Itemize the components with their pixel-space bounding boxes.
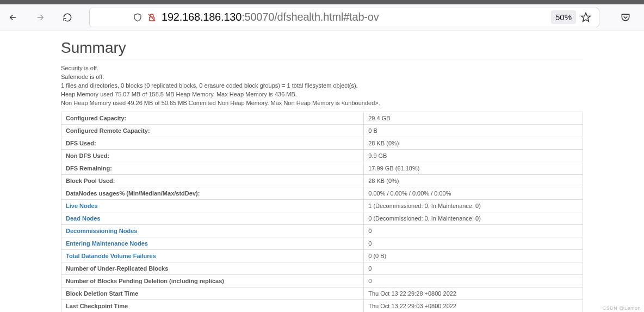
table-row: Decommissioning Nodes0 — [61, 225, 583, 237]
table-row: Block Deletion Start TimeThu Oct 13 22:2… — [61, 287, 583, 300]
row-value: 0 (0 B) — [364, 250, 583, 262]
row-value: 0 — [364, 275, 583, 287]
row-value: Thu Oct 13 22:29:03 +0800 2022 — [364, 300, 583, 313]
divider — [61, 59, 583, 59]
table-row: Non DFS Used:9.9 GB — [61, 150, 583, 162]
row-label[interactable]: Dead Nodes — [61, 212, 364, 225]
row-value: Thu Oct 13 22:29:28 +0800 2022 — [364, 287, 583, 300]
row-label: Configured Remote Capacity: — [61, 125, 364, 137]
nonheap-status: Non Heap Memory used 49.26 MB of 50.65 M… — [61, 100, 583, 106]
zoom-badge[interactable]: 50% — [551, 10, 576, 24]
heap-status: Heap Memory used 75.07 MB of 158.5 MB He… — [61, 91, 583, 97]
insecure-lock-icon — [146, 12, 157, 23]
tabstrip — [0, 0, 644, 4]
row-label: Block Pool Used: — [61, 175, 364, 187]
pocket-icon[interactable] — [620, 12, 631, 23]
row-value: 9.9 GB — [364, 150, 583, 162]
row-label[interactable]: Entering Maintenance Nodes — [61, 237, 364, 250]
svg-marker-2 — [581, 13, 591, 21]
row-value: 17.99 GB (61.18%) — [364, 162, 583, 175]
address-bar[interactable]: 192.168.186.130:50070/dfshealth.html#tab… — [89, 8, 599, 27]
row-link[interactable]: Dead Nodes — [66, 215, 101, 222]
row-value: 1 (Decommissioned: 0, In Maintenance: 0) — [364, 200, 583, 212]
row-value: 0.00% / 0.00% / 0.00% / 0.00% — [364, 187, 583, 200]
back-button[interactable] — [8, 12, 18, 23]
table-row: Live Nodes1 (Decommissioned: 0, In Maint… — [61, 200, 583, 212]
page-title: Summary — [61, 39, 583, 57]
row-value: 0 B — [364, 125, 583, 137]
row-label: Block Deletion Start Time — [61, 287, 364, 300]
table-row: Configured Remote Capacity:0 B — [61, 125, 583, 137]
security-status: Security is off. — [61, 65, 583, 71]
row-label[interactable]: Total Datanode Volume Failures — [61, 250, 364, 262]
table-row: DFS Remaining:17.99 GB (61.18%) — [61, 162, 583, 175]
row-value: 28 KB (0%) — [364, 175, 583, 187]
row-label[interactable]: Live Nodes — [61, 200, 364, 212]
row-label: Number of Under-Replicated Blocks — [61, 262, 364, 275]
row-label: DataNodes usages% (Min/Median/Max/stdDev… — [61, 187, 364, 200]
table-row: Dead Nodes0 (Decommissioned: 0, In Maint… — [61, 212, 583, 225]
row-link[interactable]: Live Nodes — [66, 203, 98, 209]
table-row: Total Datanode Volume Failures0 (0 B) — [61, 250, 583, 262]
row-label: Configured Capacity: — [61, 112, 364, 125]
url-path: :50070/dfshealth.html#tab-ov — [242, 11, 379, 23]
row-label: Last Checkpoint Time — [61, 300, 364, 313]
row-value: 0 (Decommissioned: 0, In Maintenance: 0) — [364, 212, 583, 225]
row-link[interactable]: Entering Maintenance Nodes — [66, 240, 148, 247]
table-row: Configured Capacity:29.4 GB — [61, 112, 583, 125]
row-value: 28 KB (0%) — [364, 137, 583, 150]
table-row: Number of Under-Replicated Blocks0 — [61, 262, 583, 275]
url-text: 192.168.186.130:50070/dfshealth.html#tab… — [162, 11, 379, 23]
reload-button[interactable] — [62, 12, 73, 23]
row-value: 0 — [364, 225, 583, 237]
safemode-status: Safemode is off. — [61, 74, 583, 80]
files-status: 1 files and directories, 0 blocks (0 rep… — [61, 82, 583, 89]
table-row: DFS Used:28 KB (0%) — [61, 137, 583, 150]
forward-button[interactable] — [35, 12, 46, 23]
row-label: Non DFS Used: — [61, 150, 364, 162]
bookmark-star-icon[interactable] — [580, 12, 591, 23]
row-value: 0 — [364, 262, 583, 275]
page-content: Summary Security is off. Safemode is off… — [0, 30, 644, 312]
row-value: 29.4 GB — [364, 112, 583, 125]
row-link[interactable]: Decommissioning Nodes — [66, 228, 137, 234]
row-label: Number of Blocks Pending Deletion (inclu… — [61, 275, 364, 287]
url-host: 192.168.186.130 — [162, 11, 242, 23]
row-label: DFS Used: — [61, 137, 364, 150]
watermark: CSDN @Lemon — [603, 305, 641, 311]
table-row: DataNodes usages% (Min/Median/Max/stdDev… — [61, 187, 583, 200]
table-row: Last Checkpoint TimeThu Oct 13 22:29:03 … — [61, 300, 583, 313]
shield-icon — [132, 12, 143, 23]
row-label[interactable]: Decommissioning Nodes — [61, 225, 364, 237]
browser-toolbar: 192.168.186.130:50070/dfshealth.html#tab… — [0, 4, 644, 30]
row-value: 0 — [364, 237, 583, 250]
table-row: Entering Maintenance Nodes0 — [61, 237, 583, 250]
summary-table: Configured Capacity:29.4 GBConfigured Re… — [61, 112, 583, 312]
row-link[interactable]: Total Datanode Volume Failures — [66, 253, 156, 259]
table-row: Number of Blocks Pending Deletion (inclu… — [61, 275, 583, 287]
table-row: Block Pool Used:28 KB (0%) — [61, 175, 583, 187]
row-label: DFS Remaining: — [61, 162, 364, 175]
